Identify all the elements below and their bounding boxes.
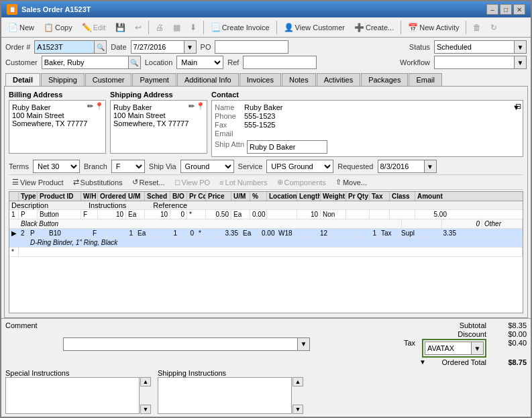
substitutions-button[interactable]: ⇄ Substitutions xyxy=(70,176,126,188)
customer-search-button[interactable]: 🔍 xyxy=(129,56,141,69)
terms-select[interactable]: Net 30 xyxy=(33,160,80,173)
contact-fax-row: Fax 555-1525 xyxy=(215,121,520,129)
workflow-label: Workflow xyxy=(400,58,430,66)
date-dropdown-button[interactable]: ▼ xyxy=(184,40,197,54)
tax-dropdown-button[interactable]: ▼ xyxy=(472,342,484,355)
tab-customer[interactable]: Customer xyxy=(85,73,132,86)
status-input[interactable] xyxy=(434,40,515,54)
ref-label: Ref xyxy=(227,58,239,66)
tab-payment[interactable]: Payment xyxy=(132,73,176,86)
order-input[interactable] xyxy=(34,40,95,54)
tab-content: Billing Address ✏ 📍 Ruby Baker 100 Main … xyxy=(4,86,528,318)
location-select[interactable]: Main xyxy=(176,56,223,69)
customer-input[interactable] xyxy=(42,56,129,69)
shipping-pin-icon[interactable]: 📍 xyxy=(196,102,205,111)
branch-select[interactable]: F xyxy=(111,160,145,173)
create-icon: ➕ xyxy=(354,23,364,32)
new-row[interactable]: * xyxy=(9,248,523,257)
minimize-button[interactable]: – xyxy=(486,4,498,15)
billing-icons: ✏ 📍 xyxy=(87,102,104,111)
ship-via-select[interactable]: Ground xyxy=(180,160,234,173)
tabs: Detail Shipping Customer Payment Additio… xyxy=(1,73,531,86)
tab-activities[interactable]: Activities xyxy=(317,73,360,86)
contact-name-label: Name xyxy=(215,103,242,111)
contact-name-value: Ruby Baker xyxy=(244,103,510,111)
workflow-dropdown-button[interactable]: ▼ xyxy=(515,56,527,69)
status-dropdown-button[interactable]: ▼ xyxy=(515,40,527,54)
main-window: 📋 Sales Order A1523T – □ ✕ 📄 New 📋 Copy … xyxy=(0,0,532,418)
location-label: Location xyxy=(145,58,173,66)
row1-bo: 0 xyxy=(170,210,187,219)
shipping-instructions-section: Shipping Instructions ▲ ▼ xyxy=(158,369,303,414)
special-instructions-scroll-up[interactable]: ▲ xyxy=(140,377,151,386)
row1-desc-label: Description Instructions Reference xyxy=(9,201,523,210)
close-button[interactable]: ✕ xyxy=(513,4,525,15)
ship-via-label: Ship Via xyxy=(149,162,176,170)
new-activity-button[interactable]: 📅 New Activity xyxy=(404,21,463,34)
instructions-col-label: Instructions xyxy=(89,201,126,209)
create-invoice-button[interactable]: 📃 Create Invoice xyxy=(207,21,274,34)
print-button[interactable]: 🖨 xyxy=(152,21,168,34)
create-button[interactable]: ➕ Create... xyxy=(350,21,398,34)
maximize-button[interactable]: □ xyxy=(500,4,512,15)
print3-button[interactable]: ⬇ xyxy=(186,21,201,34)
shipping-instructions-input[interactable] xyxy=(158,377,292,414)
move-button[interactable]: ⇧ Move... xyxy=(332,176,370,188)
ordered-total-dropdown[interactable]: ▼ xyxy=(419,358,426,366)
customer-input-group: 🔍 xyxy=(42,56,141,69)
comment-dropdown-button[interactable]: ▼ xyxy=(298,337,310,351)
tab-additional-info[interactable]: Additional Info xyxy=(177,73,239,86)
shipping-edit-icon[interactable]: ✏ xyxy=(189,102,195,111)
tab-email[interactable]: Email xyxy=(409,73,442,86)
undo-button[interactable]: ↩ xyxy=(131,21,146,34)
ship-attn-input[interactable] xyxy=(247,140,327,154)
view-po-button[interactable]: ◻ View PO xyxy=(171,176,214,188)
tab-shipping[interactable]: Shipping xyxy=(41,73,85,86)
shipping-address-section: Shipping Address ✏ 📍 Ruby Baker 100 Main… xyxy=(110,91,207,157)
invoice-icon: 📃 xyxy=(211,23,221,32)
view-product-button[interactable]: ☰ View Product xyxy=(9,176,67,188)
lot-numbers-button[interactable]: ≡ Lot Numbers xyxy=(216,177,270,188)
print2-button[interactable]: ▦ xyxy=(169,21,184,34)
trash-button[interactable]: 🗑 xyxy=(469,21,485,34)
po-input[interactable] xyxy=(215,40,288,54)
requested-input[interactable] xyxy=(378,160,425,173)
table-row[interactable]: 1 P Button F 10 Ea 10 0 * 0.50 Ea 0.00 1… xyxy=(9,210,523,219)
special-instructions-input[interactable] xyxy=(5,377,140,414)
copy-button[interactable]: 📋 Copy xyxy=(40,21,76,34)
view-customer-button[interactable]: 👤 View Customer xyxy=(280,21,349,34)
workflow-input[interactable] xyxy=(434,56,515,69)
date-input[interactable] xyxy=(131,40,184,54)
contact-expand-icon[interactable]: ⊟ xyxy=(515,102,521,111)
ref-input[interactable] xyxy=(243,56,317,69)
special-instructions-scroll-down[interactable]: ▼ xyxy=(140,405,151,414)
tab-detail[interactable]: Detail xyxy=(5,73,40,87)
edit-button[interactable]: ✏️ Edit xyxy=(78,21,110,34)
row1-description: Black Button 0 Other xyxy=(9,219,523,229)
row2-num: 2 xyxy=(19,229,28,238)
service-select[interactable]: UPS Ground xyxy=(266,160,333,173)
billing-pin-icon[interactable]: 📍 xyxy=(95,102,104,111)
shipping-instructions-scroll-up[interactable]: ▲ xyxy=(292,377,303,386)
table-row[interactable]: ▶ 2 P B10 F 1 Ea 1 0 * 3.35 Ea 0.00 W18 … xyxy=(9,229,523,238)
save-button[interactable]: 💾 xyxy=(111,21,129,34)
customer-label: Customer xyxy=(5,58,38,66)
row2-prqty: 1 xyxy=(356,229,379,238)
order-search-button[interactable]: 🔍 xyxy=(95,40,107,54)
new-button[interactable]: 📄 New xyxy=(4,21,38,34)
components-button[interactable]: ⊕ Components xyxy=(274,176,329,188)
app-icon: 📋 xyxy=(7,4,17,15)
billing-edit-icon[interactable]: ✏ xyxy=(87,102,93,111)
refresh-button[interactable]: ↻ xyxy=(486,21,501,34)
tab-notes[interactable]: Notes xyxy=(282,73,316,86)
new-icon: 📄 xyxy=(8,23,18,32)
trash-icon: 🗑 xyxy=(473,23,481,32)
reset-button[interactable]: ↺ Reset... xyxy=(129,176,168,188)
shipping-line2: 100 Main Street xyxy=(113,111,204,119)
comment-input[interactable] xyxy=(63,337,298,351)
tax-selector-input[interactable] xyxy=(425,342,472,355)
requested-dropdown-button[interactable]: ▼ xyxy=(425,160,437,173)
tab-packages[interactable]: Packages xyxy=(361,73,408,86)
shipping-instructions-scroll-down[interactable]: ▼ xyxy=(292,405,303,414)
tab-invoices[interactable]: Invoices xyxy=(240,73,281,86)
